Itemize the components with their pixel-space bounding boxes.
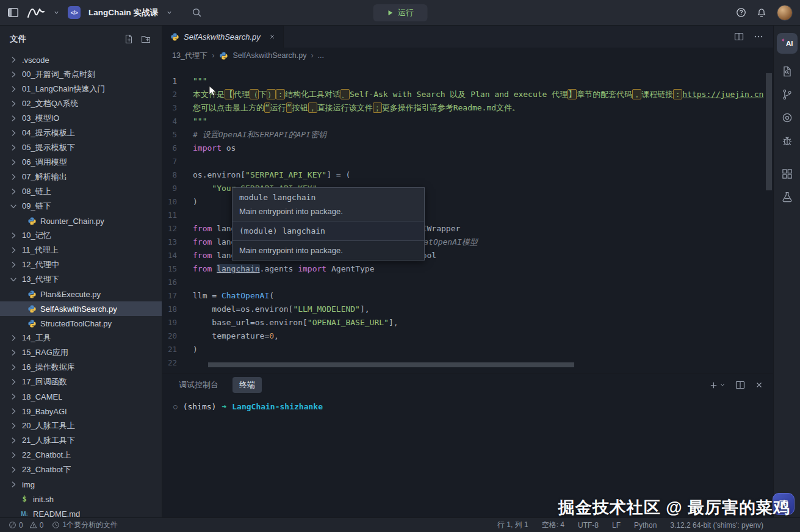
tree-item[interactable]: StructedToolChat.py bbox=[0, 316, 162, 331]
tree-item[interactable]: .vscode bbox=[0, 52, 162, 67]
more-actions-icon[interactable] bbox=[754, 32, 763, 41]
tree-item[interactable]: 03_模型IO bbox=[0, 111, 162, 126]
bell-icon[interactable] bbox=[757, 8, 766, 18]
code-line[interactable]: 20 temperature=0, bbox=[162, 329, 773, 343]
tree-item[interactable]: img bbox=[0, 477, 162, 492]
tree-item[interactable]: 14_工具 bbox=[0, 331, 162, 345]
help-icon[interactable] bbox=[736, 7, 746, 18]
warning-count: 0 bbox=[40, 521, 44, 530]
tree-item[interactable]: 16_操作数据库 bbox=[0, 360, 162, 375]
file-search-icon[interactable] bbox=[774, 60, 800, 83]
code-line[interactable]: 21) bbox=[162, 343, 773, 356]
code-line[interactable]: 2本文件是【代理（下）：结构化工具对话、Self-Ask with Search… bbox=[162, 88, 773, 101]
extensions-icon[interactable] bbox=[774, 162, 800, 185]
chevron-icon bbox=[9, 187, 18, 196]
horizontal-scrollbar[interactable] bbox=[208, 362, 574, 367]
search-icon[interactable] bbox=[192, 7, 202, 18]
new-terminal-button[interactable] bbox=[709, 381, 726, 390]
line-number: 7 bbox=[162, 155, 193, 168]
statusbar-item[interactable]: 3.12.2 64-bit ('shims': pyenv) bbox=[668, 521, 766, 530]
breadcrumb[interactable]: 13_代理下 › SelfAskwithSearch.py › ... bbox=[162, 48, 773, 63]
code-line[interactable]: 7 bbox=[162, 155, 773, 168]
statusbar-item[interactable]: UTF-8 bbox=[575, 521, 601, 530]
chevron-icon bbox=[9, 348, 18, 357]
code-editor[interactable]: 1"""2本文件是【代理（下）：结构化工具对话、Self-Ask with Se… bbox=[162, 63, 773, 373]
close-panel-icon[interactable] bbox=[755, 381, 763, 389]
code-line[interactable]: 18 model=os.environ["LLM_MODELEND"], bbox=[162, 303, 773, 316]
float-assistant-button[interactable] bbox=[773, 493, 795, 515]
problems-indicator[interactable]: 0 0 bbox=[6, 521, 46, 530]
tree-item[interactable]: 21_人脉工具下 bbox=[0, 433, 162, 448]
tree-item[interactable]: 10_记忆 bbox=[0, 228, 162, 243]
statusbar-item[interactable]: 空格: 4 bbox=[539, 520, 567, 530]
beaker-icon[interactable] bbox=[774, 185, 800, 209]
user-avatar[interactable] bbox=[777, 5, 793, 21]
tree-item[interactable]: SelfAskwithSearch.py bbox=[0, 301, 162, 316]
analysis-status[interactable]: 1个要分析的文件 bbox=[49, 520, 120, 530]
tab-selfaskwithsearch[interactable]: SelfAskwithSearch.py bbox=[162, 26, 284, 48]
tree-item[interactable]: 23_Chatbot下 bbox=[0, 462, 162, 477]
terminal-output[interactable]: ○ (shims) ➜ LangChain-shizhanke bbox=[162, 396, 773, 517]
tree-item[interactable]: 22_Chatbot上 bbox=[0, 448, 162, 462]
tree-item-label: 02_文档QA系统 bbox=[22, 98, 78, 109]
code-line[interactable]: 19 base_url=os.environ["OPENAI_BASE_URL"… bbox=[162, 316, 773, 329]
breadcrumb-symbol[interactable]: ... bbox=[318, 51, 324, 60]
code-line[interactable]: 1""" bbox=[162, 74, 773, 88]
run-button[interactable]: 运行 bbox=[373, 4, 427, 21]
split-editor-icon[interactable] bbox=[734, 32, 744, 41]
tree-item[interactable]: 05_提示模板下 bbox=[0, 140, 162, 155]
tree-item[interactable]: 08_链上 bbox=[0, 184, 162, 199]
code-line[interactable]: 3您可以点击最上方的“运行”按钮，直接运行该文件；更多操作指引请参考Readme… bbox=[162, 101, 773, 115]
tree-item[interactable]: 15_RAG应用 bbox=[0, 345, 162, 360]
code-line[interactable]: 5# 设置OpenAI和SERPAPI的API密钥 bbox=[162, 128, 773, 142]
code-line[interactable]: 4""" bbox=[162, 115, 773, 128]
target-icon[interactable] bbox=[774, 106, 800, 129]
tree-item[interactable]: 18_CAMEL bbox=[0, 389, 162, 404]
line-number: 15 bbox=[162, 262, 193, 276]
new-folder-icon[interactable] bbox=[141, 34, 151, 44]
app-logo-icon[interactable] bbox=[27, 7, 45, 19]
tree-item[interactable]: 09_链下 bbox=[0, 199, 162, 214]
tree-item[interactable]: 13_代理下 bbox=[0, 272, 162, 287]
tree-item[interactable]: 17_回调函数 bbox=[0, 375, 162, 389]
statusbar-item[interactable]: 行 1, 列 1 bbox=[495, 520, 531, 530]
tree-item[interactable]: 11_代理上 bbox=[0, 243, 162, 257]
code-line[interactable]: 8os.environ["SERPAPI_API_KEY"] = ( bbox=[162, 168, 773, 182]
workspace-name[interactable]: LangChain 实战课 bbox=[88, 7, 158, 18]
tree-item[interactable]: M↓README.md bbox=[0, 506, 162, 517]
tree-item[interactable]: 19_BabyAGI bbox=[0, 404, 162, 419]
statusbar-item[interactable]: Python bbox=[632, 521, 659, 530]
logo-chevron-icon[interactable] bbox=[53, 9, 60, 16]
code-line[interactable]: 6import os bbox=[162, 142, 773, 155]
statusbar-item[interactable]: LF bbox=[610, 521, 623, 530]
ai-assistant-icon[interactable]: ✦ AI bbox=[777, 33, 798, 54]
code-line[interactable]: 16 bbox=[162, 276, 773, 289]
tree-item[interactable]: Plan&Execute.py bbox=[0, 287, 162, 301]
breadcrumb-folder[interactable]: 13_代理下 bbox=[172, 51, 207, 61]
split-panel-icon[interactable] bbox=[735, 380, 745, 390]
tree-item[interactable]: 02_文档QA系统 bbox=[0, 96, 162, 111]
tab-close-icon[interactable] bbox=[268, 33, 276, 40]
tree-item[interactable]: $init.sh bbox=[0, 492, 162, 506]
tree-item[interactable]: 04_提示模板上 bbox=[0, 126, 162, 140]
new-file-icon[interactable] bbox=[124, 34, 134, 44]
vertical-scrollbar[interactable] bbox=[766, 73, 772, 190]
tree-item[interactable]: 07_解析输出 bbox=[0, 170, 162, 184]
code-line[interactable]: 17llm = ChatOpenAI( bbox=[162, 289, 773, 303]
tree-item[interactable]: 01_LangChain快速入门 bbox=[0, 82, 162, 96]
chevron-icon bbox=[9, 466, 18, 474]
tree-item[interactable]: 00_开篇词_奇点时刻 bbox=[0, 67, 162, 82]
tree-item[interactable]: 20_人脉工具上 bbox=[0, 419, 162, 433]
code-line[interactable]: 15from langchain.agents import AgentType bbox=[162, 262, 773, 276]
source-control-icon[interactable] bbox=[774, 83, 800, 106]
panel-tab[interactable]: 终端 bbox=[232, 377, 262, 393]
tree-item[interactable]: 06_调用模型 bbox=[0, 155, 162, 170]
tree-item[interactable]: 12_代理中 bbox=[0, 257, 162, 272]
workspace-chevron-icon[interactable] bbox=[166, 9, 173, 16]
layout-toggle-icon[interactable] bbox=[7, 7, 19, 18]
terminal-panel: 调试控制台终端 bbox=[162, 373, 773, 517]
panel-tab[interactable]: 调试控制台 bbox=[172, 377, 225, 393]
tree-item[interactable]: Rounter_Chain.py bbox=[0, 214, 162, 228]
bug-icon[interactable] bbox=[774, 129, 800, 153]
breadcrumb-file[interactable]: SelfAskwithSearch.py bbox=[233, 51, 307, 60]
